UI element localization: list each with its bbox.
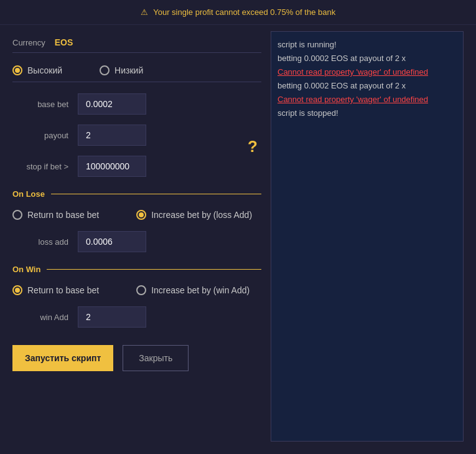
on-lose-label: On Lose	[12, 189, 45, 199]
stop-if-bet-label: stop if bet >	[12, 162, 68, 171]
win-add-label: win Add	[12, 313, 68, 322]
win-add-input[interactable]	[78, 306, 146, 328]
warning-icon: ⚠	[141, 7, 148, 17]
currency-value: EOS	[55, 37, 73, 47]
high-low-radio-row: Высокий Низкий	[12, 59, 261, 82]
log-line: script is running!	[278, 38, 457, 52]
log-container: script is running!betting 0.0002 EOS at …	[278, 38, 457, 121]
on-win-divider	[47, 269, 261, 270]
base-bet-input[interactable]	[78, 93, 146, 115]
warning-text: Your single profit cannot exceed 0.75% o…	[153, 7, 335, 17]
log-line: script is stopped!	[278, 106, 457, 120]
on-lose-divider	[51, 194, 261, 194]
on-lose-radio-base[interactable]: Return to base bet	[12, 210, 99, 220]
on-lose-radio-base-label: Return to base bet	[27, 210, 99, 220]
on-win-radio-base-label: Return to base bet	[27, 285, 99, 295]
stop-if-bet-input[interactable]	[78, 156, 146, 177]
log-line: betting 0.0002 EOS at payout of 2 x	[278, 79, 457, 93]
radio-high-circle[interactable]	[12, 65, 22, 75]
run-script-button[interactable]: Запустить скрипт	[12, 345, 113, 371]
loss-add-row: loss add	[12, 226, 261, 257]
left-panel: Currency EOS Высокий Низкий base bet	[12, 31, 261, 442]
on-win-radio-base-circle[interactable]	[12, 285, 22, 295]
base-bet-row: base bet	[12, 88, 261, 120]
warning-bar: ⚠ Your single profit cannot exceed 0.75%…	[0, 0, 476, 25]
on-lose-radio-base-circle[interactable]	[12, 210, 22, 220]
main-layout: Currency EOS Высокий Низкий base bet	[0, 25, 476, 454]
main-container: ⚠ Your single profit cannot exceed 0.75%…	[0, 0, 476, 454]
on-lose-section-header: On Lose	[12, 182, 261, 204]
on-win-radio-increase-circle[interactable]	[136, 285, 146, 295]
log-panel: script is running!betting 0.0002 EOS at …	[271, 31, 464, 442]
win-add-row: win Add	[12, 301, 261, 333]
on-win-radio-increase[interactable]: Increase bet by (win Add)	[136, 285, 250, 295]
payout-label: payout	[12, 131, 68, 140]
on-win-radio-base[interactable]: Return to base bet	[12, 285, 99, 295]
payout-input[interactable]	[78, 125, 146, 146]
radio-low-label: Низкий	[114, 65, 143, 75]
on-win-radio-row: Return to base bet Increase bet by (win …	[12, 279, 261, 301]
on-win-label: On Win	[12, 265, 40, 274]
radio-high-label: Высокий	[27, 65, 62, 75]
payout-row: payout	[12, 120, 261, 151]
on-lose-radio-increase[interactable]: Increase bet by (loss Add)	[136, 210, 252, 220]
base-bet-label: base bet	[12, 100, 68, 109]
log-line: Cannot read property 'wager' of undefine…	[278, 65, 457, 79]
loss-add-label: loss add	[12, 237, 68, 247]
radio-low-circle[interactable]	[100, 65, 110, 75]
on-lose-radio-increase-label: Increase bet by (loss Add)	[151, 210, 252, 220]
on-lose-radio-increase-circle[interactable]	[136, 210, 146, 220]
question-mark-icon: ?	[248, 137, 258, 156]
currency-label: Currency	[12, 38, 45, 47]
radio-high[interactable]: Высокий	[12, 65, 62, 75]
log-line: Cannot read property 'wager' of undefine…	[278, 93, 457, 106]
stop-if-bet-row: stop if bet >	[12, 151, 261, 182]
loss-add-input[interactable]	[78, 231, 146, 252]
on-win-section-header: On Win	[12, 257, 261, 279]
close-button[interactable]: Закрыть	[123, 345, 189, 371]
on-lose-radio-row: Return to base bet Increase bet by (loss…	[12, 204, 261, 226]
on-win-radio-increase-label: Increase bet by (win Add)	[151, 285, 250, 295]
buttons-row: Запустить скрипт Закрыть	[12, 333, 261, 377]
radio-low[interactable]: Низкий	[100, 65, 143, 75]
currency-row: Currency EOS	[12, 31, 261, 53]
log-line: betting 0.0002 EOS at payout of 2 x	[278, 52, 457, 65]
